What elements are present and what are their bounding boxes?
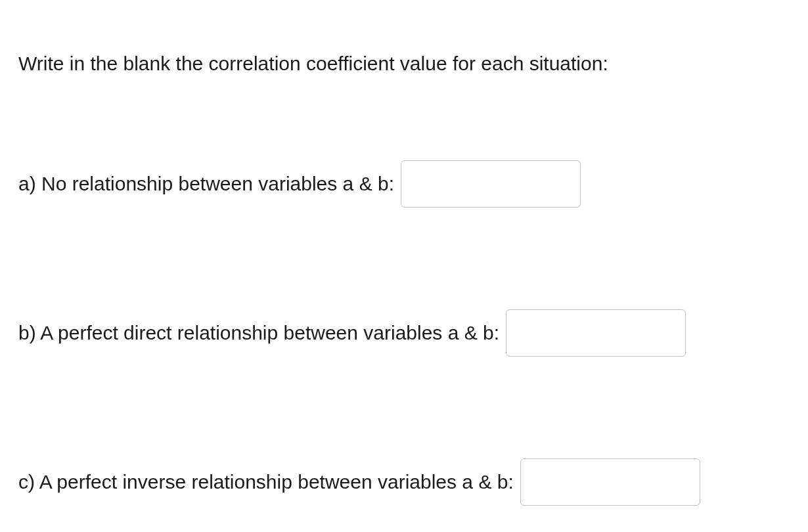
- question-b-label: b) A perfect direct relationship between…: [18, 322, 499, 344]
- question-a-label: a) No relationship between variables a &…: [18, 173, 394, 195]
- question-a-input[interactable]: [401, 160, 581, 208]
- question-b-input[interactable]: [506, 309, 686, 357]
- question-c-row: c) A perfect inverse relationship betwee…: [18, 458, 790, 506]
- question-a-row: a) No relationship between variables a &…: [18, 160, 790, 208]
- instruction-text: Write in the blank the correlation coeff…: [18, 53, 790, 75]
- question-b-row: b) A perfect direct relationship between…: [18, 309, 790, 357]
- question-c-label: c) A perfect inverse relationship betwee…: [18, 471, 514, 493]
- question-c-input[interactable]: [520, 458, 700, 506]
